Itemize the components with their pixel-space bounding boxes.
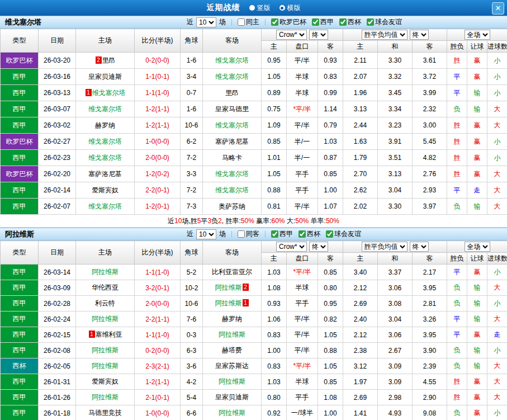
result-wdl: 负 [447, 280, 467, 296]
close-icon: ✕ [495, 4, 501, 12]
result-goals: 大 [487, 374, 507, 390]
team-name: 维戈塞尔塔 [215, 73, 249, 81]
scope-select[interactable]: 全场 [465, 242, 490, 252]
layout-radio-horizontal[interactable]: 横版 [279, 3, 301, 13]
same-venue-checkbox[interactable] [238, 18, 245, 26]
type-cell: 西甲 [1, 85, 39, 101]
radio-icon [279, 5, 285, 11]
league-label: 球会友谊 [375, 17, 402, 27]
away-team-cell: 马略卡 [203, 150, 262, 166]
league-filter[interactable]: 西甲 [271, 229, 293, 239]
result-wdl: 平 [447, 69, 467, 85]
match-row: 西甲26-03-09华伦西亚3-2(0-1)10-2阿拉维斯21.08半球0.8… [1, 280, 507, 296]
col-header-goals: 进球数 [487, 41, 507, 53]
score-cell: 1-0(0-0) [135, 134, 181, 150]
eu-home-odds: 2.62 [343, 182, 378, 199]
col-header-type: 类型 [1, 29, 39, 53]
match-row: 西甲26-03-131维戈塞尔塔1-1(1-0)0-7里昂0.89半球0.991… [1, 85, 507, 101]
away-team-cell: 阿拉维斯1 [203, 296, 262, 312]
eu-away-odds: 4.82 [413, 150, 447, 166]
away-team-cell: 阿拉维斯 [203, 327, 262, 343]
games-label: 场 [219, 17, 226, 27]
date-cell: 26-01-18 [39, 405, 76, 420]
layout-radio-vertical[interactable]: 竖版 [249, 3, 271, 13]
league-checkbox[interactable] [339, 18, 347, 26]
result-wdl: 胜 [447, 117, 467, 134]
result-goals: 小 [487, 69, 507, 85]
radio-label: 横版 [287, 3, 301, 13]
same-venue-filter[interactable]: 同客 [238, 229, 259, 239]
close-button[interactable]: ✕ [492, 2, 504, 15]
league-filter[interactable]: 西杯 [298, 229, 320, 239]
result-goals: 走 [487, 327, 507, 343]
result-goals: 小 [487, 150, 507, 166]
match-count-select[interactable]: 10 [196, 229, 216, 239]
corner-cell: 6-3 [181, 343, 203, 358]
eu-home-odds: 2.02 [343, 199, 378, 215]
type-cell: 西甲 [1, 405, 39, 420]
col-header-home: 主场 [76, 29, 135, 53]
ah-line: *平/半 [287, 358, 318, 374]
scope-select[interactable]: 全场 [465, 30, 490, 40]
ah-home-odds: 0.83 [262, 358, 287, 374]
team-name: 阿拉维斯 [92, 315, 119, 323]
corner-cell: 5-2 [181, 265, 203, 280]
league-filter[interactable]: 球会友谊 [326, 229, 361, 239]
europe-odds-select[interactable]: 胜平负均值 [362, 242, 408, 252]
result-wdl: 负 [447, 199, 467, 215]
team-name: 阿拉维斯 [92, 362, 119, 370]
summary-segment: , 胜率: [222, 217, 241, 225]
corner-cell: 10-2 [181, 280, 203, 296]
league-checkbox[interactable] [298, 230, 306, 238]
date-cell: 26-02-23 [39, 150, 76, 166]
league-filter[interactable]: 西甲 [312, 17, 334, 27]
eu-draw-odds: 2.67 [378, 343, 413, 358]
red-card-badge: 2 [243, 284, 249, 291]
league-checkbox[interactable] [312, 18, 319, 26]
result-handicap: 输 [467, 101, 487, 117]
same-venue-filter[interactable]: 同主 [238, 17, 259, 27]
league-filter[interactable]: 西杯 [339, 17, 361, 27]
league-checkbox[interactable] [271, 18, 278, 26]
odds-company-select[interactable]: Crow* [276, 30, 307, 40]
red-card-badge: 1 [86, 89, 92, 96]
ah-away-odds: 0.85 [318, 166, 343, 182]
league-checkbox[interactable] [326, 230, 333, 238]
summary-segment: 赢率: [254, 217, 272, 225]
result-goals: 小 [487, 343, 507, 358]
odds-company-select[interactable]: Crow* [276, 242, 307, 252]
eu-away-odds: 3.00 [413, 117, 447, 134]
title-bar: 近期战绩 竖版 横版 ✕ [0, 0, 507, 16]
team-name: 赫罗纳 [95, 121, 115, 129]
eu-draw-odds: 3.04 [378, 312, 413, 327]
league-filter[interactable]: 欧罗巴杯 [271, 17, 306, 27]
team-name: 塞萨洛尼基 [88, 170, 122, 178]
ah-away-odds: 1.03 [318, 134, 343, 150]
eu-draw-odds: 3.45 [378, 85, 413, 101]
match-count-select[interactable]: 10 [196, 17, 216, 27]
ah-home-odds: 0.95 [262, 53, 287, 69]
result-handicap: 赢 [467, 69, 487, 85]
ah-line: 半球 [287, 85, 318, 101]
radio-label: 竖版 [257, 3, 271, 13]
odds-time-select[interactable]: 终 [309, 30, 328, 40]
league-filter[interactable]: 球会友谊 [367, 17, 402, 27]
date-cell: 26-02-27 [39, 134, 76, 150]
home-team-cell: 1维戈塞尔塔 [76, 85, 135, 101]
score-cell: 1-1(0-1) [135, 69, 181, 85]
type-cell: 西甲 [1, 69, 39, 85]
ah-home-odds: 0.75 [262, 101, 287, 117]
eu-away-odds: 3.97 [413, 199, 447, 215]
europe-odds-select[interactable]: 胜平负均值 [362, 30, 408, 40]
league-label: 西杯 [348, 17, 361, 27]
league-checkbox[interactable] [367, 18, 374, 26]
league-checkbox[interactable] [271, 230, 278, 238]
same-venue-checkbox[interactable] [238, 230, 245, 238]
eu-away-odds: 2.17 [413, 265, 447, 280]
europe-time-select[interactable]: 终 [410, 30, 429, 40]
europe-time-select[interactable]: 终 [410, 242, 429, 252]
date-cell: 26-02-08 [39, 343, 76, 358]
ah-away-odds: 0.79 [318, 117, 343, 134]
score-cell: 1-2(1-1) [135, 101, 181, 117]
odds-time-select[interactable]: 终 [309, 242, 328, 252]
